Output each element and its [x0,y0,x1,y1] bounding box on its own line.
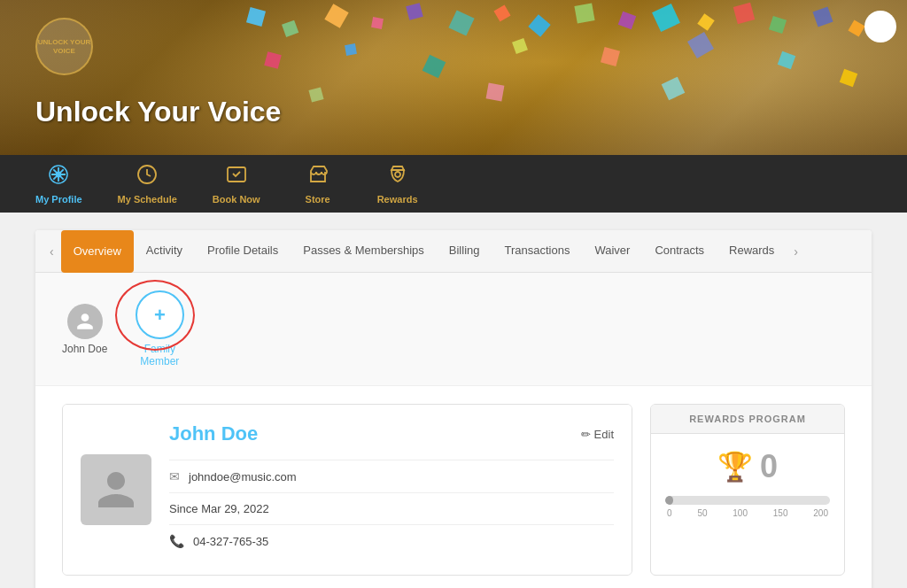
profile-card: John Doe ✏ Edit ✉ johndoe@music.com Sinc… [62,404,632,576]
tab-passes-memberships[interactable]: Passes & Memberships [291,230,437,273]
my-schedule-icon [136,164,158,190]
svg-rect-0 [246,7,266,27]
profile-full-name: John Doe [169,422,258,445]
profile-info-area: John Doe ✏ Edit ✉ johndoe@music.com Sinc… [35,386,872,588]
logo: UNLOCK YOUR VOICE [35,18,93,75]
profile-card-header: John Doe ✏ Edit ✉ johndoe@music.com Sinc… [63,405,632,575]
svg-rect-26 [840,69,858,88]
nav-label-book-now: Book Now [213,194,260,205]
nav-item-rewards[interactable]: Rewards [358,155,438,213]
svg-rect-20 [601,47,620,66]
rewards-bar-container: 0 50 100 150 200 [665,496,830,518]
nav-label-my-schedule: My Schedule [118,194,177,205]
rewards-score-row: 🏆 0 [717,448,778,485]
svg-rect-8 [574,3,594,23]
tab-left-arrow[interactable]: ‹ [43,244,61,259]
svg-rect-5 [448,10,474,35]
current-user-wrap: John Doe [62,304,107,355]
rewards-score: 0 [760,448,778,485]
profile-avatar [81,454,151,525]
nav-label-rewards: Rewards [377,194,418,205]
nav-bar: My Profile My Schedule Book Now Store [0,155,907,213]
svg-rect-9 [618,12,637,30]
nav-label-my-profile: My Profile [35,194,82,205]
tab-waiver[interactable]: Waiver [582,230,642,273]
hero-banner: UNLOCK YOUR VOICE Unlock Your Voice [0,0,907,155]
logo-text: UNLOCK YOUR VOICE [38,38,90,55]
family-section: John Doe + Family Member [35,273,872,386]
profile-since-row: Since Mar 29, 2022 [169,492,614,524]
rewards-icon [387,164,408,190]
book-now-icon [226,164,247,190]
svg-rect-15 [848,19,864,36]
rewards-bar-fill [665,496,673,505]
svg-rect-22 [778,51,796,70]
rewards-card-body: 🏆 0 0 50 100 150 200 [651,434,844,536]
svg-point-28 [57,172,61,176]
rewards-bar-labels: 0 50 100 150 200 [665,508,830,518]
rewards-card: REWARDS PROGRAM 🏆 0 0 50 100 150 200 [650,404,845,576]
svg-rect-7 [528,14,550,36]
profile-phone: 04-327-765-35 [193,535,268,548]
tab-transactions[interactable]: Transactions [492,230,582,273]
nav-label-store: Store [306,194,330,205]
svg-rect-2 [324,4,348,27]
current-user-avatar [67,304,103,339]
svg-rect-17 [345,43,357,56]
svg-rect-1 [282,20,298,37]
nav-item-my-schedule[interactable]: My Schedule [100,155,195,213]
tab-billing[interactable]: Billing [437,230,492,273]
svg-rect-25 [662,77,686,101]
svg-rect-4 [406,3,423,20]
profile-name-row: John Doe ✏ Edit [169,422,614,445]
tab-overview[interactable]: Overview [61,230,134,273]
top-right-button[interactable] [864,11,896,43]
rewards-bar-track [665,496,830,505]
profile-email: johndoe@music.com [189,470,297,484]
profile-details: John Doe ✏ Edit ✉ johndoe@music.com Sinc… [169,422,614,557]
bar-label-0: 0 [667,508,672,518]
nav-item-my-profile[interactable]: My Profile [18,155,100,213]
svg-rect-16 [264,51,282,69]
svg-rect-13 [769,16,787,34]
edit-profile-button[interactable]: ✏ Edit [581,428,614,441]
svg-rect-3 [371,17,384,29]
email-icon: ✉ [169,469,180,484]
hero-title: Unlock Your Voice [35,96,281,128]
svg-rect-14 [812,6,833,27]
add-family-button[interactable]: + [136,290,184,339]
confetti [0,0,907,155]
profile-since: Since Mar 29, 2022 [169,502,269,515]
current-user-name: John Doe [62,343,107,355]
svg-rect-21 [687,32,714,58]
tabs-bar: ‹ Overview Activity Profile Details Pass… [35,230,872,273]
bar-label-50: 50 [697,508,707,518]
main-content-panel: ‹ Overview Activity Profile Details Pass… [35,230,872,588]
profile-email-row: ✉ johndoe@music.com [169,460,614,492]
profile-phone-row: 📞 04-327-765-35 [169,524,614,557]
nav-item-book-now[interactable]: Book Now [195,155,278,213]
bar-label-150: 150 [773,508,788,518]
my-profile-icon [48,164,69,190]
phone-icon: 📞 [169,534,184,548]
tab-contracts[interactable]: Contracts [642,230,717,273]
tab-profile-details[interactable]: Profile Details [195,230,291,273]
svg-point-31 [395,172,400,177]
svg-rect-23 [308,87,323,102]
store-icon [307,164,329,190]
tab-activity[interactable]: Activity [134,230,195,273]
bar-label-100: 100 [733,508,748,518]
tab-rewards[interactable]: Rewards [717,230,787,273]
add-family-wrap: + Family Member [128,290,190,368]
svg-rect-18 [422,55,446,79]
svg-rect-19 [512,38,528,54]
trophy-icon: 🏆 [717,450,753,484]
svg-rect-11 [697,13,714,30]
svg-rect-6 [493,4,510,21]
svg-rect-12 [733,3,755,24]
nav-item-store[interactable]: Store [278,155,358,213]
tab-right-arrow[interactable]: › [787,244,805,259]
bar-label-200: 200 [813,508,828,518]
svg-rect-10 [652,4,680,32]
add-family-plus-icon: + [154,304,166,327]
